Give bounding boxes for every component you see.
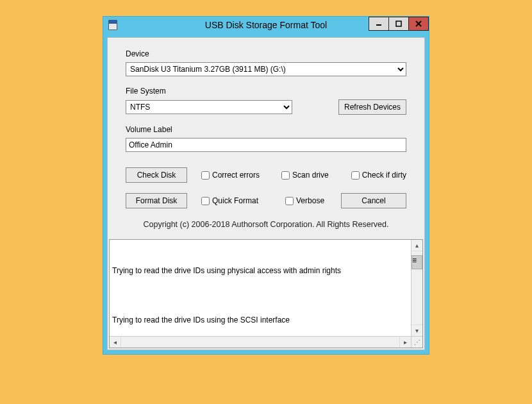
horizontal-scrollbar[interactable]: ◂ ▸ ⋰ — [110, 336, 422, 348]
scroll-right-icon[interactable]: ▸ — [399, 337, 411, 348]
verbose-checkbox[interactable]: Verbose — [285, 196, 324, 205]
scroll-left-icon[interactable]: ◂ — [110, 337, 121, 348]
scroll-up-icon[interactable]: ▴ — [411, 240, 422, 251]
maximize-button[interactable] — [388, 17, 409, 31]
filesystem-select[interactable]: NTFS — [126, 100, 292, 114]
resize-grip-icon[interactable]: ⋰ — [411, 337, 422, 348]
titlebar[interactable]: USB Disk Storage Format Tool — [103, 17, 429, 33]
log-text[interactable]: Trying to read the drive IDs using physi… — [110, 240, 411, 336]
vertical-scrollbar[interactable]: ▴ ≡ ▾ — [411, 240, 422, 336]
volume-label-label: Volume Label — [126, 125, 406, 134]
device-label: Device — [126, 49, 406, 58]
scroll-thumb[interactable]: ≡ — [411, 255, 422, 269]
copyright-text: Copyright (c) 2006-2018 Authorsoft Corpo… — [126, 211, 406, 235]
scroll-down-icon[interactable]: ▾ — [411, 324, 422, 336]
app-icon — [108, 20, 117, 30]
check-disk-button[interactable]: Check Disk — [126, 167, 187, 183]
check-if-dirty-checkbox[interactable]: Check if dirty — [351, 171, 406, 180]
cancel-button[interactable]: Cancel — [341, 193, 406, 208]
format-disk-button[interactable]: Format Disk — [126, 193, 187, 208]
refresh-devices-button[interactable]: Refresh Devices — [338, 99, 406, 115]
scan-drive-checkbox[interactable]: Scan drive — [281, 171, 329, 180]
correct-errors-checkbox[interactable]: Correct errors — [201, 171, 260, 180]
log-output: Trying to read the drive IDs using physi… — [109, 239, 423, 348]
client-area: Device SanDisk U3 Titanium 3.27GB (3911 … — [107, 37, 425, 350]
filesystem-label: File System — [126, 87, 406, 96]
app-window: USB Disk Storage Format Tool Device SanD… — [103, 16, 429, 355]
svg-rect-1 — [396, 21, 401, 26]
volume-label-input[interactable] — [126, 138, 406, 152]
quick-format-checkbox[interactable]: Quick Format — [201, 196, 258, 205]
minimize-button[interactable] — [369, 17, 389, 31]
device-select[interactable]: SanDisk U3 Titanium 3.27GB (3911 MB) (G:… — [126, 62, 406, 76]
close-button[interactable] — [408, 17, 429, 31]
